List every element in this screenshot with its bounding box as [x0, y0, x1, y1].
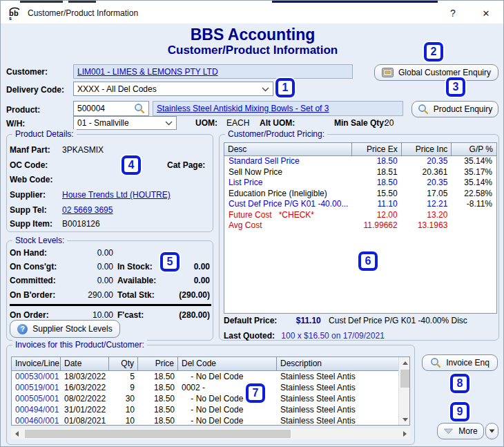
chevron-down-icon — [262, 84, 269, 94]
invoice-description: Stainless Steel Antis — [277, 393, 398, 404]
invoice-number-link[interactable]: 000519/001 — [12, 382, 61, 393]
available-value: 0.00 — [170, 276, 210, 285]
pricing-row[interactable]: Cust Def Price P/G K01 -40.00...11.1012.… — [224, 199, 496, 210]
product-enquiry-button[interactable]: Product Enquiry — [411, 101, 498, 117]
invoice-qty: 10 — [109, 415, 138, 426]
last-quoted-value[interactable]: 100 x $16.50 on 17/09/2021 — [281, 331, 384, 341]
close-button[interactable]: ✕ — [474, 3, 498, 23]
fcast-label: F'cast: — [117, 310, 144, 320]
min-sale-qty-value: 20 — [385, 118, 394, 128]
hscroll-thumb[interactable] — [25, 430, 291, 438]
supp-tel-link[interactable]: 02 5669 3695 — [62, 205, 113, 215]
default-price-value: $11.10 — [296, 316, 321, 325]
invoice-qty: 5 — [109, 371, 138, 382]
inv-col-description[interactable]: Description — [277, 357, 398, 371]
inv-col-date[interactable]: Date — [61, 357, 109, 371]
product-description-link[interactable]: Stainless Steel Antiskid Mixing Bowls - … — [157, 104, 329, 113]
pricing-table-header: Desc Price Ex Price Inc G/P % — [224, 143, 496, 156]
customer-link[interactable]: LIM001 - LIMES & LEMONS PTY LTD — [77, 67, 218, 77]
more-dropdown-button[interactable] — [485, 423, 498, 439]
pricing-col-desc[interactable]: Desc — [224, 143, 352, 156]
customer-field[interactable]: LIM001 - LIMES & LEMONS PTY LTD — [73, 64, 353, 79]
pricing-row[interactable]: Standard Sell Price18.5020.3535.14% — [224, 156, 496, 167]
invoice-del-code: - No Del Code — [178, 371, 277, 382]
invoice-qty: 9 — [109, 382, 138, 393]
invoice-price: 18.50 — [138, 393, 178, 404]
inv-col-invoice[interactable]: Invoice/Line — [12, 357, 61, 371]
alt-uom-label: Alt UOM: — [260, 118, 295, 128]
search-icon[interactable] — [134, 103, 145, 114]
warehouse-value: 01 - Smallville — [77, 118, 129, 128]
invoice-description: Stainless Steel Antis — [277, 371, 398, 382]
supp-tel-label: Supp Tel: — [10, 205, 47, 215]
warehouse-label: W/H: — [6, 119, 25, 129]
invoices-vscrollbar[interactable] — [398, 357, 410, 425]
pricing-row[interactable]: Sell Now Price18.5120.36135.17% — [224, 167, 496, 178]
invoice-number-link[interactable]: 000530/001 — [12, 371, 61, 382]
callout-6: 6 — [358, 251, 378, 271]
global-customer-enquiry-button[interactable]: Global Customer Enquiry — [374, 64, 498, 81]
invoices-table-header: Invoice/Line Date Qty Price Del Code Des… — [12, 357, 409, 371]
inv-col-qty[interactable]: Qty — [109, 357, 138, 371]
scroll-right-icon[interactable] — [399, 428, 410, 439]
invoice-row[interactable]: 000460/00101/08/20211018.50 - No Del Cod… — [12, 415, 409, 426]
scroll-left-icon[interactable] — [11, 428, 22, 439]
invoice-description: Stainless Steel Antis — [277, 415, 398, 426]
pricing-col-price-inc[interactable]: Price Inc — [402, 143, 452, 156]
invoice-number-link[interactable]: 000505/001 — [12, 393, 61, 404]
vscroll-thumb[interactable] — [400, 370, 409, 388]
invoice-enq-button[interactable]: Invoice Enq — [422, 354, 498, 371]
product-code-value: 500004 — [77, 104, 105, 113]
chevron-down-icon — [165, 118, 173, 128]
inv-col-price[interactable]: Price — [138, 357, 178, 371]
pricing-group: Customer/Product Pricing: Desc Price Ex … — [219, 134, 499, 341]
pricing-row[interactable]: List Price18.5020.3535.14% — [224, 178, 496, 189]
delivery-code-dropdown[interactable]: XXXX - All Del Codes — [73, 82, 273, 96]
scroll-up-icon[interactable] — [399, 357, 410, 368]
supplier-link[interactable]: House Trends Ltd (HOUTRE) — [62, 190, 171, 200]
caret-down-icon — [489, 429, 495, 433]
pricing-row-desc: Sell Now Price — [224, 167, 352, 178]
manf-part-value: 3PKASMIX — [62, 145, 104, 155]
last-quoted-label: Last Quoted: — [224, 331, 275, 341]
fcast-value: (280.00) — [170, 310, 210, 320]
on-border-value: 290.00 — [76, 290, 113, 300]
pricing-row-price-ex: 12.00 — [352, 210, 402, 221]
invoice-row[interactable]: 000494/00131/01/20221018.50 - No Del Cod… — [12, 404, 409, 415]
invoice-row[interactable]: 000519/00116/03/2022918.500002 -Stainles… — [12, 382, 409, 393]
warehouse-dropdown[interactable]: 01 - Smallville — [73, 116, 177, 130]
pricing-row[interactable]: Avg Cost11.9966213.1963 — [224, 220, 496, 231]
pricing-row-desc: Avg Cost — [224, 220, 352, 231]
search-icon — [430, 357, 441, 368]
invoice-row[interactable]: 000505/00108/02/20223018.50 - No Del Cod… — [12, 393, 409, 404]
more-button[interactable]: More — [437, 423, 484, 439]
invoices-hscrollbar[interactable] — [11, 428, 410, 439]
pricing-row[interactable]: Future Cost *CHECK*12.0013.20 — [224, 210, 496, 221]
svg-text:s: s — [9, 16, 12, 20]
invoice-row[interactable]: 000530/00118/03/2022518.50 - No Del Code… — [12, 371, 409, 382]
scroll-down-icon[interactable] — [399, 414, 410, 425]
stock-divider — [10, 304, 211, 306]
pricing-table: Desc Price Ex Price Inc G/P % Standard S… — [224, 142, 497, 314]
supplier-stock-levels-button[interactable]: ? Supplier Stock Levels — [10, 320, 120, 338]
on-order-value: 10.00 — [76, 310, 113, 320]
product-code-field[interactable]: 500004 — [73, 101, 149, 116]
pricing-row-gp: -8.11% — [452, 199, 496, 210]
manf-part-label: Manf Part: — [10, 145, 50, 155]
pricing-row-gp: 35.14% — [452, 178, 496, 189]
stock-levels-title: Stock Levels: — [12, 236, 67, 245]
invoice-number-link[interactable]: 000460/001 — [12, 415, 61, 426]
callout-4: 4 — [122, 155, 141, 175]
pricing-row-price-inc: 13.20 — [402, 210, 452, 221]
pricing-col-price-ex[interactable]: Price Ex — [352, 143, 402, 156]
pricing-col-gp[interactable]: G/P % — [452, 143, 496, 156]
pricing-row-price-inc: 20.35 — [402, 156, 452, 167]
pricing-row[interactable]: Education Price (Ineligible)15.5017.0522… — [224, 189, 496, 200]
invoice-number-link[interactable]: 000494/001 — [12, 404, 61, 415]
inv-col-del-code[interactable]: Del Code — [178, 357, 277, 371]
invoices-group: Invoices for this Product/Customer: Invo… — [6, 345, 415, 445]
help-button[interactable]: ? — [441, 3, 465, 23]
product-description-field[interactable]: Stainless Steel Antiskid Mixing Bowls - … — [153, 101, 403, 116]
pricing-row-price-inc: 13.1963 — [402, 220, 452, 231]
total-stk-label: Total Stk: — [117, 290, 155, 300]
